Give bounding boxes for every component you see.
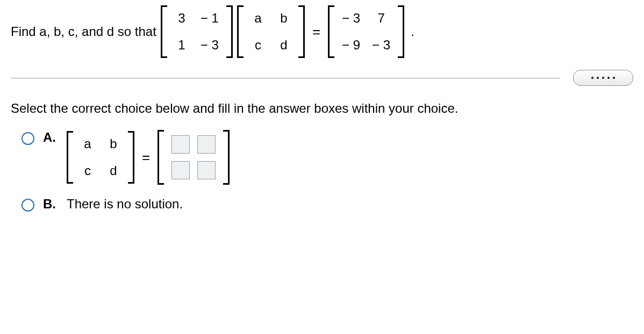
divider-line <box>11 78 560 78</box>
matrix-right: − 3 7 − 9 − 3 <box>328 5 404 58</box>
choice-a: A. a b c d = <box>22 130 633 185</box>
choice-b-radio[interactable] <box>22 199 34 212</box>
question-row: Find a, b, c, and d so that 3 − 1 1 − 3 … <box>11 5 633 58</box>
m2-r2c2: d <box>277 38 291 53</box>
choice-a-equals: = <box>139 149 153 166</box>
m2-r1c2: b <box>277 11 291 26</box>
dots-icon <box>607 77 610 79</box>
m3-r1c2: 7 <box>372 11 390 26</box>
instruction-text: Select the correct choice below and fill… <box>11 101 633 116</box>
answer-c-input[interactable] <box>171 161 190 179</box>
question-prompt: Find a, b, c, and d so that <box>11 24 156 39</box>
answer-d-input[interactable] <box>197 161 216 179</box>
divider-row <box>11 70 633 86</box>
a-lhs-r2c1: c <box>81 163 95 178</box>
bracket-a-close <box>127 131 134 184</box>
bracket-left-close <box>225 5 233 58</box>
question-container: Find a, b, c, and d so that 3 − 1 1 − 3 … <box>0 0 644 334</box>
dots-icon <box>597 77 599 79</box>
m1-r2c1: 1 <box>175 38 189 53</box>
m1-r2c2: − 3 <box>201 38 219 53</box>
m3-r1c1: − 3 <box>342 11 360 26</box>
question-period: . <box>409 24 414 39</box>
choice-b-label: B. <box>43 197 58 212</box>
choices: A. a b c d = <box>22 130 633 212</box>
dots-icon <box>602 77 604 79</box>
choice-b: B. There is no solution. <box>22 197 633 212</box>
bracket-ans-open <box>158 130 165 185</box>
dots-icon <box>613 77 615 79</box>
choice-a-label: A. <box>43 130 58 145</box>
a-lhs-r2c2: d <box>106 163 120 178</box>
m1-r1c1: 3 <box>175 11 189 26</box>
bracket-right-close <box>397 5 404 58</box>
m2-r2c1: c <box>251 38 265 53</box>
equals-sign: = <box>309 24 324 40</box>
more-options-button[interactable] <box>573 70 633 86</box>
a-lhs-r1c2: b <box>106 136 120 151</box>
bracket-ans-close <box>222 130 230 185</box>
bracket-left-open <box>161 5 168 58</box>
choice-a-rhs-matrix <box>158 130 230 185</box>
choice-a-radio[interactable] <box>22 132 34 145</box>
a-lhs-r1c1: a <box>81 136 95 151</box>
choice-b-text: There is no solution. <box>67 197 183 212</box>
m1-r1c2: − 1 <box>201 11 219 26</box>
m2-r1c1: a <box>251 11 265 26</box>
bracket-right-open <box>328 5 335 58</box>
choice-a-content: a b c d = <box>67 130 230 185</box>
matrix-unknown: a b c d <box>237 5 305 58</box>
m3-r2c1: − 9 <box>342 38 360 53</box>
bracket-mid-close <box>297 5 305 58</box>
answer-b-input[interactable] <box>197 135 216 154</box>
dots-icon <box>591 77 593 79</box>
matrix-left: 3 − 1 1 − 3 <box>161 5 233 58</box>
answer-a-input[interactable] <box>171 135 190 154</box>
bracket-a-open <box>67 131 74 184</box>
choice-a-lhs-matrix: a b c d <box>67 131 134 184</box>
m3-r2c2: − 3 <box>372 38 390 53</box>
bracket-mid-open <box>237 5 245 58</box>
